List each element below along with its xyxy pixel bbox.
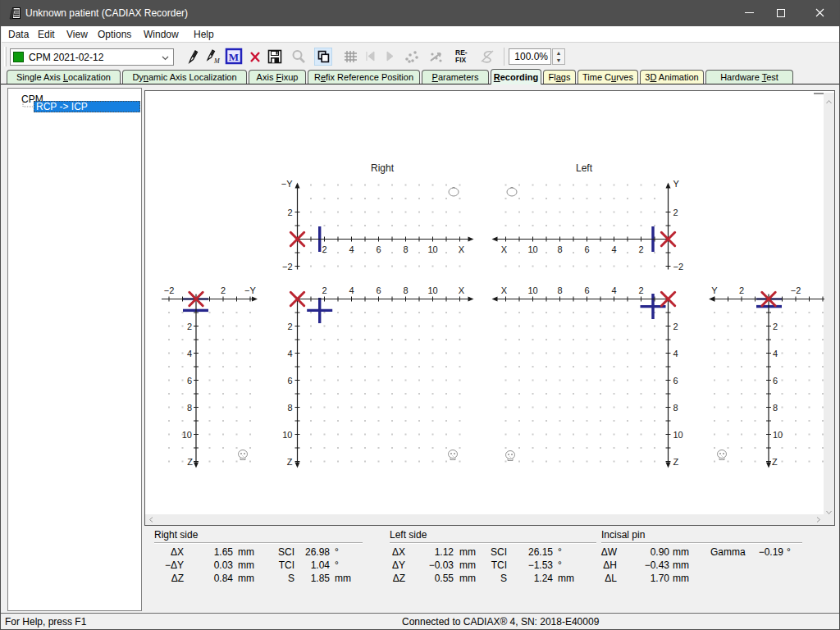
svg-text:4: 4 <box>673 349 678 358</box>
svg-text:−2: −2 <box>282 262 293 272</box>
svg-text:2: 2 <box>322 285 326 295</box>
svg-text:4: 4 <box>611 244 616 254</box>
svg-text:6: 6 <box>673 376 678 386</box>
svg-text:10: 10 <box>527 244 537 254</box>
svg-text:2: 2 <box>221 285 226 295</box>
svg-text:Y: Y <box>711 285 718 295</box>
svg-text:8: 8 <box>287 403 292 413</box>
svg-text:−Y: −Y <box>244 285 256 295</box>
svg-text:8: 8 <box>773 403 778 413</box>
svg-text:10: 10 <box>673 430 683 440</box>
svg-text:Z: Z <box>772 457 778 467</box>
svg-text:2: 2 <box>673 322 678 331</box>
svg-text:6: 6 <box>187 376 192 386</box>
svg-text:Y: Y <box>673 179 680 189</box>
svg-text:4: 4 <box>187 349 192 358</box>
svg-text:−2: −2 <box>673 262 684 272</box>
svg-text:2: 2 <box>739 285 744 295</box>
svg-text:4: 4 <box>611 285 616 295</box>
svg-text:2: 2 <box>638 244 643 254</box>
svg-text:X: X <box>459 285 465 295</box>
svg-text:−2: −2 <box>791 285 801 295</box>
svg-text:10: 10 <box>773 430 783 440</box>
svg-text:4: 4 <box>349 285 354 295</box>
svg-text:8: 8 <box>557 244 562 254</box>
svg-text:6: 6 <box>773 376 778 386</box>
svg-text:−2: −2 <box>164 285 175 295</box>
svg-text:4: 4 <box>287 349 292 358</box>
svg-text:10: 10 <box>527 285 537 295</box>
svg-text:X: X <box>501 285 508 295</box>
svg-text:2: 2 <box>287 208 292 217</box>
svg-text:4: 4 <box>773 349 778 358</box>
svg-text:8: 8 <box>557 285 562 295</box>
svg-text:X: X <box>501 244 508 254</box>
svg-text:2: 2 <box>673 208 678 217</box>
svg-text:10: 10 <box>182 430 192 440</box>
svg-text:Left: Left <box>576 162 593 174</box>
svg-text:10: 10 <box>427 244 437 254</box>
svg-text:8: 8 <box>187 403 192 413</box>
svg-text:6: 6 <box>584 285 589 295</box>
svg-text:−Y: −Y <box>281 179 293 189</box>
svg-text:2: 2 <box>287 322 292 331</box>
svg-text:4: 4 <box>349 244 354 254</box>
svg-text:2: 2 <box>322 244 326 254</box>
svg-text:M: M <box>229 51 239 63</box>
svg-text:6: 6 <box>376 285 381 295</box>
svg-text:Z: Z <box>287 457 293 467</box>
svg-text:6: 6 <box>287 376 292 386</box>
svg-text:X: X <box>459 244 465 254</box>
svg-text:FIX: FIX <box>455 56 467 64</box>
svg-text:M: M <box>213 57 221 65</box>
svg-text:10: 10 <box>282 430 292 440</box>
svg-text:6: 6 <box>584 244 589 254</box>
svg-text:2: 2 <box>187 322 192 331</box>
svg-text:6: 6 <box>376 244 381 254</box>
svg-text:Z: Z <box>673 457 679 467</box>
svg-text:Z: Z <box>187 457 193 467</box>
svg-text:8: 8 <box>673 403 678 413</box>
svg-text:10: 10 <box>427 285 437 295</box>
svg-text:2: 2 <box>638 285 643 295</box>
svg-text:Right: Right <box>371 162 395 174</box>
svg-text:2: 2 <box>773 322 778 331</box>
svg-text:8: 8 <box>403 285 408 295</box>
svg-text:8: 8 <box>403 244 408 254</box>
